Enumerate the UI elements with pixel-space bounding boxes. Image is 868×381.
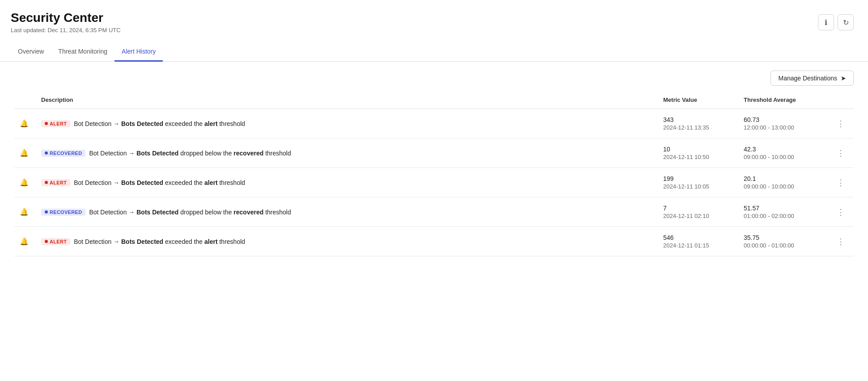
description-content: ALERT Bot Detection → Bots Detected exce… <box>41 120 652 127</box>
threshold-range: 12:00:00 - 13:00:00 <box>744 124 822 131</box>
refresh-button[interactable]: ↻ <box>838 14 854 30</box>
bell-icon: 🔔 <box>20 179 29 186</box>
page-header: Security Center Last updated: Dec 11, 20… <box>0 0 868 33</box>
status-badge: RECOVERED <box>41 209 85 216</box>
row-metric-cell: 7 2024-12-11 02:10 <box>658 197 738 227</box>
metric-value: 343 <box>663 116 733 123</box>
col-header-icon <box>14 93 36 109</box>
bold-keyword: alert <box>204 238 218 245</box>
row-actions-cell: ⋮ <box>828 168 854 197</box>
more-options-button[interactable]: ⋮ <box>833 147 848 159</box>
threshold-range: 09:00:00 - 10:00:00 <box>744 183 822 190</box>
row-actions-cell: ⋮ <box>828 138 854 168</box>
description-content: ALERT Bot Detection → Bots Detected exce… <box>41 238 652 245</box>
threshold-range: 00:00:00 - 01:00:00 <box>744 242 822 249</box>
more-options-button[interactable]: ⋮ <box>833 206 848 218</box>
info-icon: ℹ <box>825 18 827 27</box>
description-content: RECOVERED Bot Detection → Bots Detected … <box>41 150 652 157</box>
row-threshold-cell: 20.1 09:00:00 - 10:00:00 <box>738 168 828 197</box>
metric-date: 2024-12-11 10:50 <box>663 154 733 160</box>
row-bell-cell: 🔔 <box>14 227 36 256</box>
tab-overview[interactable]: Overview <box>11 42 51 62</box>
table-row: 🔔 RECOVERED Bot Detection → Bots Detecte… <box>14 197 854 227</box>
row-bell-cell: 🔔 <box>14 168 36 197</box>
row-bell-cell: 🔔 <box>14 109 36 138</box>
description-content: ALERT Bot Detection → Bots Detected exce… <box>41 179 652 186</box>
description-content: RECOVERED Bot Detection → Bots Detected … <box>41 209 652 216</box>
status-badge: ALERT <box>41 179 70 186</box>
table-row: 🔔 ALERT Bot Detection → Bots Detected ex… <box>14 168 854 197</box>
last-updated: Last updated: Dec 11, 2024, 6:35 PM UTC <box>11 27 121 33</box>
metric-value: 199 <box>663 175 733 182</box>
description-text: Bot Detection → Bots Detected dropped be… <box>89 150 291 157</box>
row-bell-cell: 🔔 <box>14 138 36 168</box>
send-icon: ➤ <box>841 75 846 82</box>
description-text: Bot Detection → Bots Detected exceeded t… <box>74 179 245 186</box>
bell-icon: 🔔 <box>20 149 29 157</box>
row-description-cell: RECOVERED Bot Detection → Bots Detected … <box>36 197 658 227</box>
badge-dot-icon <box>45 122 48 125</box>
description-text: Bot Detection → Bots Detected exceeded t… <box>74 120 245 127</box>
content-area: Manage Destinations ➤ Description Metric… <box>0 62 868 265</box>
row-threshold-cell: 60.73 12:00:00 - 13:00:00 <box>738 109 828 138</box>
badge-label: ALERT <box>50 121 67 126</box>
table-header-row: Description Metric Value Threshold Avera… <box>14 93 854 109</box>
bold-keyword: recovered <box>233 150 263 157</box>
threshold-value: 60.73 <box>744 116 822 123</box>
page-title: Security Center <box>11 11 121 25</box>
row-metric-cell: 199 2024-12-11 10:05 <box>658 168 738 197</box>
badge-dot-icon <box>45 181 48 184</box>
row-bell-cell: 🔔 <box>14 197 36 227</box>
row-description-cell: RECOVERED Bot Detection → Bots Detected … <box>36 138 658 168</box>
row-threshold-cell: 51.57 01:00:00 - 02:00:00 <box>738 197 828 227</box>
description-text: Bot Detection → Bots Detected exceeded t… <box>74 238 245 245</box>
bold-keyword: alert <box>204 120 218 127</box>
manage-destinations-button[interactable]: Manage Destinations ➤ <box>771 71 854 86</box>
row-metric-cell: 343 2024-12-11 13:35 <box>658 109 738 138</box>
metric-value: 7 <box>663 205 733 212</box>
bold-keyword: recovered <box>233 209 263 216</box>
status-badge: ALERT <box>41 120 70 127</box>
row-actions-cell: ⋮ <box>828 109 854 138</box>
metric-value: 10 <box>663 146 733 153</box>
status-badge: RECOVERED <box>41 150 85 157</box>
bold-name: Bots Detected <box>121 120 163 127</box>
table-row: 🔔 RECOVERED Bot Detection → Bots Detecte… <box>14 138 854 168</box>
more-options-button[interactable]: ⋮ <box>833 236 848 247</box>
bold-keyword: alert <box>204 179 218 186</box>
badge-dot-icon <box>45 210 48 214</box>
bell-icon: 🔔 <box>20 208 29 216</box>
metric-date: 2024-12-11 02:10 <box>663 213 733 219</box>
badge-label: RECOVERED <box>50 151 82 156</box>
row-metric-cell: 10 2024-12-11 10:50 <box>658 138 738 168</box>
badge-dot-icon <box>45 240 48 243</box>
tab-nav: Overview Threat Monitoring Alert History <box>0 42 868 62</box>
badge-label: ALERT <box>50 180 67 185</box>
row-description-cell: ALERT Bot Detection → Bots Detected exce… <box>36 168 658 197</box>
metric-date: 2024-12-11 10:05 <box>663 183 733 190</box>
metric-date: 2024-12-11 01:15 <box>663 242 733 249</box>
description-text: Bot Detection → Bots Detected dropped be… <box>89 209 291 216</box>
bold-name: Bots Detected <box>121 238 163 245</box>
row-threshold-cell: 42.3 09:00:00 - 10:00:00 <box>738 138 828 168</box>
threshold-range: 01:00:00 - 02:00:00 <box>744 213 822 219</box>
more-options-button[interactable]: ⋮ <box>833 118 848 130</box>
col-header-metric: Metric Value <box>658 93 738 109</box>
row-description-cell: ALERT Bot Detection → Bots Detected exce… <box>36 227 658 256</box>
info-button[interactable]: ℹ <box>818 14 834 30</box>
row-metric-cell: 546 2024-12-11 01:15 <box>658 227 738 256</box>
col-header-description: Description <box>36 93 658 109</box>
bold-name: Bots Detected <box>136 150 178 157</box>
bell-icon: 🔔 <box>20 238 29 245</box>
bold-name: Bots Detected <box>136 209 178 216</box>
table-row: 🔔 ALERT Bot Detection → Bots Detected ex… <box>14 227 854 256</box>
col-header-threshold: Threshold Average <box>738 93 828 109</box>
tab-alert-history[interactable]: Alert History <box>114 42 163 62</box>
status-badge: ALERT <box>41 238 70 245</box>
threshold-range: 09:00:00 - 10:00:00 <box>744 154 822 160</box>
more-options-button[interactable]: ⋮ <box>833 177 848 188</box>
row-description-cell: ALERT Bot Detection → Bots Detected exce… <box>36 109 658 138</box>
bold-name: Bots Detected <box>121 179 163 186</box>
tab-threat-monitoring[interactable]: Threat Monitoring <box>51 42 114 62</box>
col-header-actions <box>828 93 854 109</box>
